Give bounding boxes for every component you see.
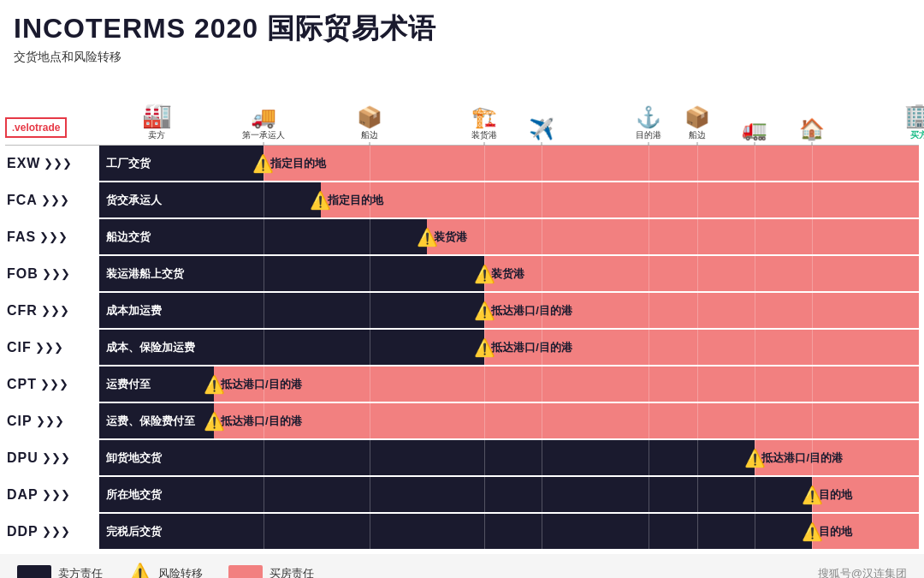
page-subtitle: 交货地点和风险转移 xyxy=(14,50,910,65)
row-code-CPT: CPT xyxy=(7,377,37,392)
dark-bar-DPU: 卸货地交货 xyxy=(99,440,755,475)
row-bars-EXW: 工厂交货指定目的地⚠️ xyxy=(99,146,919,181)
table-row: FOB❯❯❯装运港船上交货装货港⚠️ xyxy=(5,256,919,291)
icon-col-5: ⚓目的港 xyxy=(636,107,661,141)
row-code-DPU: DPU xyxy=(7,450,38,466)
icon-col-4: ✈️ xyxy=(529,119,554,141)
row-bars-CIP: 运费、保险费付至抵达港口/目的港⚠️ xyxy=(99,403,919,438)
pink-bar-CIF: 抵达港口/目的港 xyxy=(484,330,919,365)
legend-buyer-box xyxy=(228,565,263,578)
row-arrows-EXW: ❯❯❯ xyxy=(44,157,72,170)
icon-3: 🏗️ xyxy=(471,107,497,128)
legend-seller: 卖方责任 xyxy=(17,565,103,578)
row-code-CIP: CIP xyxy=(7,414,33,429)
icon-label-9: 买方 xyxy=(910,129,924,141)
row-bars-CIF: 成本、保险加运费抵达港口/目的港⚠️ xyxy=(99,330,919,365)
row-label-DDP: DDP❯❯❯ xyxy=(5,514,99,549)
dark-bar-CIP: 运费、保险费付至 xyxy=(99,403,214,438)
icon-label-2: 船边 xyxy=(361,129,378,141)
dark-bar-FCA: 货交承运人 xyxy=(99,182,321,217)
row-label-FAS: FAS❯❯❯ xyxy=(5,219,99,254)
dark-bar-text-CPT: 运费付至 xyxy=(99,377,151,392)
dark-bar-CIF: 成本、保险加运费 xyxy=(99,330,484,365)
row-code-CIF: CIF xyxy=(7,340,32,355)
icon-col-3: 🏗️装货港 xyxy=(471,107,497,141)
table-row: CIP❯❯❯运费、保险费付至抵达港口/目的港⚠️ xyxy=(5,403,919,438)
pink-bar-text-CIP: 抵达港口/目的港 xyxy=(214,414,302,429)
pink-bar-FOB: 装货港 xyxy=(484,256,919,291)
row-bars-DDP: 完税后交货目的地⚠️ xyxy=(99,514,919,549)
warn-icon-EXW: ⚠️ xyxy=(252,153,274,174)
warn-icon-FCA: ⚠️ xyxy=(310,190,331,211)
dark-bar-DDP: 完税后交货 xyxy=(99,514,812,549)
row-arrows-CIP: ❯❯❯ xyxy=(36,414,64,427)
dark-bar-text-CIP: 运费、保险费付至 xyxy=(99,414,195,429)
row-bars-DAP: 所在地交货目的地⚠️ xyxy=(99,477,919,512)
row-bars-FAS: 船边交货装货港⚠️ xyxy=(99,219,919,254)
velotrade-logo: . velotrade xyxy=(5,117,67,138)
row-bars-CFR: 成本加运费抵达港口/目的港⚠️ xyxy=(99,293,919,328)
dark-bar-label-FCA: 货交承运人 xyxy=(99,193,162,208)
row-arrows-CFR: ❯❯❯ xyxy=(41,304,69,317)
pink-bar-DDP: 目的地 xyxy=(812,514,919,549)
icon-9: 🏢 xyxy=(904,104,925,128)
row-label-FCA: FCA❯❯❯ xyxy=(5,182,99,217)
icon-2: 📦 xyxy=(357,107,382,128)
icon-7: 🚛 xyxy=(742,119,767,140)
pink-bar-text-CIF: 抵达港口/目的港 xyxy=(484,340,572,355)
row-code-FOB: FOB xyxy=(7,266,38,282)
header: INCOTERMS 2020 国际贸易术语 交货地点和风险转移 xyxy=(0,0,924,69)
row-code-DDP: DDP xyxy=(7,524,38,539)
warn-icon-CPT: ⚠️ xyxy=(204,374,225,395)
icon-col-1: 🚚第一承运人 xyxy=(242,107,285,141)
pink-bar-text-DPU: 抵达港口/目的港 xyxy=(755,450,843,466)
icon-col-2: 📦船边 xyxy=(357,107,382,141)
row-bars-FOB: 装运港船上交货装货港⚠️ xyxy=(99,256,919,291)
pink-bar-CFR: 抵达港口/目的港 xyxy=(484,293,919,328)
pink-bar-FCA: 指定目的地 xyxy=(321,182,919,217)
icon-col-7: 🚛 xyxy=(742,119,767,141)
warn-icon-DDP: ⚠️ xyxy=(802,521,823,542)
row-label-CIF: CIF❯❯❯ xyxy=(5,330,99,365)
row-arrows-FAS: ❯❯❯ xyxy=(39,230,68,243)
row-arrows-DPU: ❯❯❯ xyxy=(42,451,70,464)
dark-bar-label-CFR: 成本加运费 xyxy=(99,303,162,319)
table-row: CFR❯❯❯成本加运费抵达港口/目的港⚠️ xyxy=(5,293,919,328)
table-row: FAS❯❯❯船边交货装货港⚠️ xyxy=(5,219,919,254)
dark-bar-EXW: 工厂交货 xyxy=(99,146,264,181)
table-row: CPT❯❯❯运费付至抵达港口/目的港⚠️ xyxy=(5,366,919,402)
row-bars-FCA: 货交承运人指定目的地⚠️ xyxy=(99,182,919,217)
icon-col-8: 🏠 xyxy=(799,119,825,141)
warn-icon-DAP: ⚠️ xyxy=(802,485,823,505)
warn-icon-CIF: ⚠️ xyxy=(474,337,495,358)
row-bars-CPT: 运费付至抵达港口/目的港⚠️ xyxy=(99,366,919,402)
pink-bar-DPU: 抵达港口/目的港 xyxy=(755,440,919,475)
icon-col-6: 📦船边 xyxy=(684,107,710,141)
legend-buyer: 买房责任 xyxy=(228,565,314,578)
warn-icon-DPU: ⚠️ xyxy=(744,448,766,468)
row-arrows-DDP: ❯❯❯ xyxy=(42,525,70,538)
warning-legend-icon: ⚠️ xyxy=(128,563,151,578)
row-label-CPT: CPT❯❯❯ xyxy=(5,366,99,402)
icon-col-9: 🏢买方 xyxy=(904,104,925,141)
watermark: 搜狐号@汉连集团 xyxy=(818,566,907,578)
page-title: INCOTERMS 2020 国际贸易术语 xyxy=(14,10,910,48)
pink-bar-FAS: 装货港 xyxy=(427,219,919,254)
pink-bar-text-CFR: 抵达港口/目的港 xyxy=(484,303,572,319)
row-label-DAP: DAP❯❯❯ xyxy=(5,477,99,512)
table-row: DDP❯❯❯完税后交货目的地⚠️ xyxy=(5,514,919,549)
dark-bar-CFR: 成本加运费 xyxy=(99,293,484,328)
row-code-EXW: EXW xyxy=(7,156,40,171)
row-arrows-DAP: ❯❯❯ xyxy=(42,488,70,501)
logo-area: . velotrade xyxy=(5,117,99,138)
icon-8: 🏠 xyxy=(799,119,825,140)
row-label-EXW: EXW❯❯❯ xyxy=(5,146,99,181)
dark-bar-label-FAS: 船边交货 xyxy=(99,229,151,245)
table-row: EXW❯❯❯工厂交货指定目的地⚠️ xyxy=(5,146,919,181)
dark-bar-label-EXW: 工厂交货 xyxy=(99,156,151,171)
dark-bar-label-DDP: 完税后交货 xyxy=(99,524,162,539)
row-label-DPU: DPU❯❯❯ xyxy=(5,440,99,475)
dark-bar-DAP: 所在地交货 xyxy=(99,477,812,512)
row-arrows-CIF: ❯❯❯ xyxy=(35,341,63,354)
pink-bar-EXW: 指定目的地 xyxy=(264,146,919,181)
